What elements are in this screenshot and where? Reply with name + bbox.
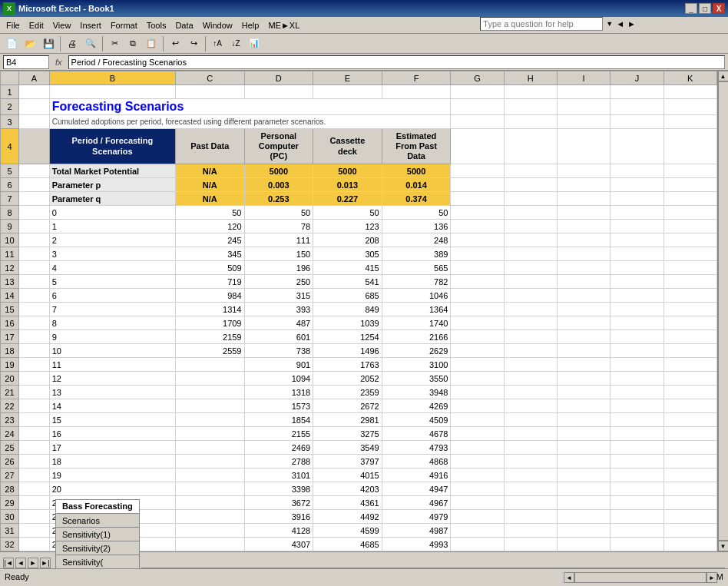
cell-d-row13[interactable]: 250 [244,275,313,289]
cell-c1[interactable] [176,85,244,99]
cell-h-row24[interactable] [504,427,557,441]
cell-e-row14[interactable]: 685 [313,289,382,303]
cell-a-row6[interactable] [18,178,49,192]
cell-d-row17[interactable]: 601 [244,330,313,344]
help-back-icon[interactable]: ◄ [616,19,624,28]
cell-h-row25[interactable] [504,441,557,455]
cell-i-row9[interactable] [557,220,610,233]
help-input[interactable] [480,17,603,31]
cell-g-row23[interactable] [451,413,504,427]
cell-f-row10[interactable]: 248 [382,233,451,247]
cell-e-row6[interactable]: 0.013 [313,178,382,192]
cell-g-row15[interactable] [451,303,504,316]
cell-j-row12[interactable] [611,261,663,275]
cell-d1[interactable] [244,85,313,99]
cell-g-row11[interactable] [451,247,504,261]
cell-i-row17[interactable] [557,330,610,344]
main-table-area[interactable]: A B C D E F G H I J K [0,71,717,551]
col-header-a[interactable]: A [18,71,49,85]
cell-i-row30[interactable] [557,510,610,524]
paste-button[interactable]: 📋 [143,35,160,52]
cell-i-row24[interactable] [557,427,610,441]
cell-i-row27[interactable] [557,468,610,482]
cell-b-row24[interactable]: 16 [49,427,176,441]
menu-item-tools[interactable]: Tools [142,19,171,31]
cell-e-row10[interactable]: 208 [313,233,382,247]
cell-k-row10[interactable] [663,233,716,247]
cell-k-row22[interactable] [663,399,716,413]
cell-d-row11[interactable]: 150 [244,247,313,261]
cell-e-row21[interactable]: 2359 [313,386,382,399]
cell-c-row15[interactable]: 1314 [176,303,244,316]
cell-b-row18[interactable]: 10 [49,344,176,358]
cell-e-row18[interactable]: 1496 [313,344,382,358]
cell-g4[interactable] [451,129,504,164]
cell-g-row9[interactable] [451,220,504,233]
cell-c-row29[interactable] [176,496,244,510]
cell-a-row19[interactable] [18,358,49,372]
scroll-up-button[interactable]: ▲ [718,71,729,81]
cell-c-row10[interactable]: 245 [176,233,244,247]
cell-a-row29[interactable] [18,496,49,510]
cell-k-row24[interactable] [663,427,716,441]
cell-c-row11[interactable]: 345 [176,247,244,261]
cell-a-row32[interactable] [18,538,49,551]
cell-k1[interactable] [663,85,716,99]
cell-b-row12[interactable]: 4 [49,261,176,275]
cell-j-row6[interactable] [611,178,663,192]
cell-j2[interactable] [611,99,663,115]
cell-a3[interactable] [18,115,49,129]
cell-g-row13[interactable] [451,275,504,289]
cell-f-row8[interactable]: 50 [382,206,451,220]
cell-c-row5[interactable]: N/A [176,164,244,178]
cell-g1[interactable] [451,85,504,99]
sort-desc-button[interactable]: ↓Z [227,35,244,52]
cell-d-row26[interactable]: 2788 [244,455,313,468]
cell-b-row5[interactable]: Total Market Potential [49,164,176,178]
cell-b-row9[interactable]: 1 [49,220,176,233]
cell-g-row19[interactable] [451,358,504,372]
cell-a-row24[interactable] [18,427,49,441]
cell-d-row14[interactable]: 315 [244,289,313,303]
cell-c-row25[interactable] [176,441,244,455]
cell-d-row16[interactable]: 487 [244,316,313,330]
cell-c-row30[interactable] [176,510,244,524]
cell-i-row6[interactable] [557,178,610,192]
cell-h-row17[interactable] [504,330,557,344]
cell-a-row28[interactable] [18,482,49,496]
cell-h-row32[interactable] [504,538,557,551]
cell-f-row23[interactable]: 4509 [382,413,451,427]
cell-a-row11[interactable] [18,247,49,261]
cell-e4[interactable]: Cassettedeck [313,129,382,164]
cell-c-row17[interactable]: 2159 [176,330,244,344]
cell-b-row19[interactable]: 11 [49,358,176,372]
cell-j-row31[interactable] [611,524,663,538]
cell-a2[interactable] [18,99,49,115]
cell-g-row21[interactable] [451,386,504,399]
tab-prev-button[interactable]: ◄ [15,558,26,568]
cell-b-row17[interactable]: 9 [49,330,176,344]
help-dropdown-icon[interactable]: ▼ [606,20,613,28]
scroll-down-button[interactable]: ▼ [718,541,729,551]
open-button[interactable]: 📂 [22,35,38,52]
cell-h-row11[interactable] [504,247,557,261]
col-header-j[interactable]: J [611,71,663,85]
cell-a-row25[interactable] [18,441,49,455]
help-forward-icon[interactable]: ► [627,19,636,28]
col-header-g[interactable]: G [451,71,504,85]
cell-e-row22[interactable]: 2672 [313,399,382,413]
cell-i-row15[interactable] [557,303,610,316]
cell-a-row30[interactable] [18,510,49,524]
cell-i-row13[interactable] [557,275,610,289]
cell-h4[interactable] [504,129,557,164]
menu-item-help[interactable]: Help [237,19,264,31]
chart-button[interactable]: 📊 [246,35,263,52]
menu-item-data[interactable]: Data [170,19,197,31]
minimize-button[interactable]: _ [685,3,697,14]
cell-c-row7[interactable]: N/A [176,192,244,206]
cell-g-row32[interactable] [451,538,504,551]
cell-a-row31[interactable] [18,524,49,538]
cell-d-row18[interactable]: 738 [244,344,313,358]
cell-b-row26[interactable]: 18 [49,455,176,468]
cell-h-row5[interactable] [504,164,557,178]
